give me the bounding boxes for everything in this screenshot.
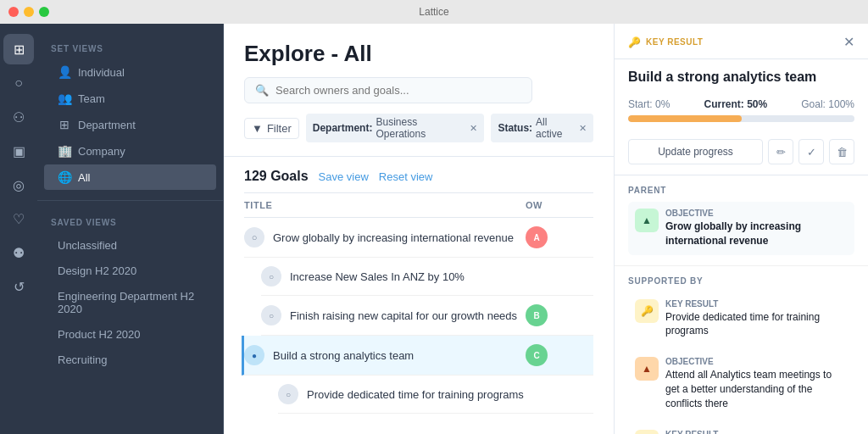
parent-label: OBJECTIVE	[665, 209, 848, 218]
reset-view-link[interactable]: Reset view	[379, 170, 433, 183]
save-view-link[interactable]: Save view	[319, 170, 369, 183]
supported-text-0: Provide dedicated time for training prog…	[665, 310, 848, 339]
supported-icon-0: 🔑	[635, 299, 659, 323]
maximize-dot[interactable]	[39, 7, 49, 17]
sidebar-item-recruiting[interactable]: Recruiting	[44, 348, 216, 372]
parent-item[interactable]: ▲ OBJECTIVE Grow globally by increasing …	[628, 202, 854, 255]
goal-text: Finish raising new capital for our growt…	[290, 309, 526, 322]
goal-text: Provide dedicated time for training prog…	[307, 388, 526, 401]
company-icon: 🏢	[58, 144, 71, 158]
sidebar-item-product[interactable]: Product H2 2020	[44, 322, 216, 347]
supported-item[interactable]: 🔑 KEY RESULT Provide dedicated time for …	[628, 292, 854, 346]
sidebar-icon-arrow[interactable]: ↺	[3, 271, 34, 302]
sidebar-icon-team[interactable]: ⚇	[3, 102, 34, 132]
individual-icon: 👤	[58, 65, 71, 79]
sidebar-item-engineering[interactable]: Engineering Department H2 2020	[44, 284, 216, 321]
sidebar-icon-people[interactable]: ⚉	[3, 237, 34, 268]
parent-info: OBJECTIVE Grow globally by increasing in…	[665, 209, 848, 248]
sidebar-item-individual[interactable]: 👤 Individual	[44, 59, 216, 85]
sidebar-divider	[37, 200, 223, 201]
engineering-label: Engineering Department H2 2020	[58, 290, 203, 315]
filter-button[interactable]: ▼ Filter	[244, 118, 299, 139]
supported-label-2: KEY RESULT	[665, 430, 848, 434]
sidebar-icon-home[interactable]: ⊞	[3, 34, 34, 64]
sidebar-icon-settings[interactable]: ◎	[3, 170, 34, 200]
app-title: Lattice	[419, 6, 448, 18]
goals-header: 129 Goals Save view Reset view	[244, 157, 593, 193]
filter-tag-department[interactable]: Department: Business Operations ✕	[306, 114, 485, 142]
kr-badge: KEY RESULT	[646, 37, 703, 47]
table-row[interactable]: ● Build a strong analytics team C	[242, 336, 593, 376]
sidebar-item-company[interactable]: 🏢 Company	[44, 138, 216, 164]
search-input[interactable]	[275, 84, 521, 97]
product-label: Product H2 2020	[58, 328, 141, 341]
department-icon: ⊞	[58, 118, 71, 131]
filter-status-remove[interactable]: ✕	[579, 123, 587, 134]
filter-icon: ▼	[252, 122, 263, 135]
supported-label-1: OBJECTIVE	[665, 357, 848, 366]
supported-info-1: OBJECTIVE Attend all Analytics team meet…	[665, 357, 848, 410]
filter-tag-status[interactable]: Status: All active ✕	[491, 114, 593, 142]
sidebar-item-team-label: Team	[78, 92, 105, 105]
design-label: Design H2 2020	[58, 264, 136, 277]
filter-dept-label: Department:	[313, 122, 373, 134]
supported-item[interactable]: ▲ OBJECTIVE Attend all Analytics team me…	[628, 350, 854, 417]
close-dot[interactable]	[8, 7, 19, 17]
update-progress-button[interactable]: Update progress	[628, 139, 763, 164]
progress-start: Start: 0%	[628, 98, 670, 110]
sidebar-icon-heart[interactable]: ♡	[3, 203, 34, 234]
sidebar-item-design[interactable]: Design H2 2020	[44, 259, 216, 283]
team-icon: 👥	[58, 92, 71, 105]
minimize-dot[interactable]	[24, 7, 34, 17]
supported-by-section: SUPPORTED BY 🔑 KEY RESULT Provide dedica…	[615, 266, 868, 434]
owner-column-header: OW	[526, 200, 593, 210]
avatar: C	[526, 344, 548, 366]
search-bar[interactable]: 🔍	[244, 77, 532, 103]
sidebar-item-department-label: Department	[78, 119, 136, 131]
parent-text: Grow globally by increasing internationa…	[665, 220, 848, 248]
main-content: Explore - All 🔍 ▼ Filter Department: Bus…	[224, 24, 614, 434]
check-button[interactable]: ✓	[798, 139, 824, 164]
icon-sidebar: ⊞ ○ ⚇ ▣ ◎ ♡ ⚉ ↺	[0, 24, 37, 434]
all-icon: 🌐	[58, 170, 71, 184]
goal-icon: ○	[261, 266, 281, 287]
page-title: Explore - All	[244, 41, 593, 67]
panel-close-button[interactable]: ✕	[843, 34, 854, 50]
panel-title: Build a strong analytics team	[615, 59, 868, 92]
supported-icon-1: ▲	[635, 357, 659, 381]
window-controls	[8, 7, 49, 17]
sidebar-item-company-label: Company	[78, 145, 125, 158]
sidebar-icon-person[interactable]: ○	[3, 68, 34, 98]
table-row[interactable]: ○ Increase New Sales In ANZ by 10%	[261, 258, 593, 296]
nav-sidebar: SET VIEWS 👤 Individual 👥 Team ⊞ Departme…	[37, 24, 224, 434]
table-row[interactable]: ○ Provide dedicated time for training pr…	[278, 376, 593, 414]
saved-views-title: SAVED VIEWS	[37, 211, 223, 232]
supported-item[interactable]: 🔑 KEY RESULT Project Elevate & user expe…	[628, 423, 854, 434]
goal-text: Grow globally by increasing internationa…	[273, 231, 526, 244]
sidebar-icon-chart[interactable]: ▣	[3, 136, 34, 166]
titlebar: Lattice	[0, 0, 868, 24]
title-column-header: TITLE	[244, 200, 526, 210]
avatar: A	[526, 226, 548, 248]
app-container: ⊞ ○ ⚇ ▣ ◎ ♡ ⚉ ↺ SET VIEWS 👤 Individual 👥…	[0, 24, 868, 434]
sidebar-item-individual-label: Individual	[78, 66, 125, 79]
goal-icon: ○	[244, 227, 264, 248]
table-header: TITLE OW	[244, 193, 593, 218]
supported-by-title: SUPPORTED BY	[628, 276, 854, 286]
filter-row: ▼ Filter Department: Business Operations…	[244, 114, 593, 142]
progress-section: Start: 0% Current: 50% Goal: 100%	[615, 92, 868, 132]
supported-text-1: Attend all Analytics team meetings to ge…	[665, 368, 848, 410]
sidebar-item-all[interactable]: 🌐 All	[44, 164, 216, 190]
supported-label-0: KEY RESULT	[665, 299, 848, 309]
sidebar-item-unclassified[interactable]: Unclassified	[44, 233, 216, 258]
table-row[interactable]: ○ Grow globally by increasing internatio…	[244, 218, 593, 258]
filter-dept-remove[interactable]: ✕	[470, 123, 477, 134]
table-row[interactable]: ○ Finish raising new capital for our gro…	[261, 296, 593, 336]
sidebar-item-team[interactable]: 👥 Team	[44, 86, 216, 111]
trash-button[interactable]: 🗑	[829, 139, 854, 164]
edit-button[interactable]: ✏	[768, 139, 793, 164]
progress-labels: Start: 0% Current: 50% Goal: 100%	[628, 98, 854, 110]
sidebar-item-department[interactable]: ⊞ Department	[44, 112, 216, 137]
goals-count: 129 Goals	[244, 169, 309, 184]
search-icon: 🔍	[255, 84, 269, 97]
